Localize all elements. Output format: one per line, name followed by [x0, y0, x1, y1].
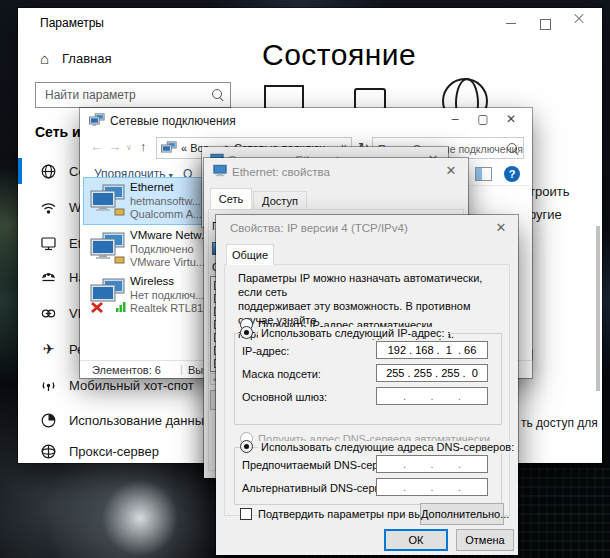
- settings-search-input[interactable]: Найти параметр: [35, 82, 231, 108]
- alternate-dns-label: Альтернативный DNS-сервер:: [242, 482, 396, 494]
- help-icon[interactable]: ?: [504, 166, 520, 182]
- network-connections-icon: [89, 113, 105, 128]
- settings-window-title: Параметры: [40, 16, 104, 30]
- settings-titlebar[interactable]: Параметры: [18, 8, 602, 38]
- adapter-name: VMware Netw...: [130, 229, 211, 241]
- preview-pane-icon[interactable]: [475, 167, 492, 181]
- diagram-router-icon: [354, 88, 386, 110]
- minimize-icon[interactable]: [496, 16, 526, 32]
- text-fragment: ругие: [529, 207, 562, 222]
- radio-use-ip-label: Использовать следующий IP-адрес:: [258, 327, 448, 339]
- tab-network[interactable]: Сеть: [210, 188, 252, 209]
- ethernet-icon: [40, 235, 57, 252]
- sidebar-item-home[interactable]: ⌂ Главная: [40, 50, 112, 67]
- window-title: Сетевые подключения: [110, 114, 236, 128]
- home-icon: ⌂: [40, 50, 49, 67]
- sidebar-item-label: Мобильный хот-спот: [69, 378, 194, 393]
- up-icon[interactable]: ↑: [140, 139, 147, 154]
- network-adapter-icon: [90, 184, 126, 218]
- ipv4-properties-dialog: Свойства: IP версии 4 (TCP/IPv4) ✕ Общие…: [216, 215, 518, 555]
- adapter-network: Подключено: [130, 243, 194, 255]
- adapter-name: Wireless: [130, 275, 174, 287]
- advanced-button[interactable]: Дополнительно...: [420, 503, 504, 525]
- maximize-icon[interactable]: [530, 16, 560, 32]
- default-gateway-label: Основной шлюз:: [242, 391, 327, 403]
- ok-button[interactable]: ОК: [384, 529, 448, 551]
- forward-icon[interactable]: →: [108, 139, 121, 154]
- sidebar-item-label: Использование данных: [69, 413, 211, 428]
- home-label: Главная: [62, 51, 111, 66]
- adapter-device: VMware Virtu...: [130, 256, 205, 268]
- close-icon[interactable]: ✕: [442, 162, 460, 180]
- dialog-title: Ethernet: свойства: [232, 166, 330, 178]
- radio-use-dns[interactable]: [240, 440, 253, 453]
- hotspot-icon: [40, 377, 57, 394]
- validate-on-exit-label: Подтвердить параметры при выходе: [258, 508, 446, 520]
- text-fragment: ть доступ для: [521, 416, 598, 430]
- close-icon[interactable]: ✕: [492, 219, 510, 237]
- wireless-adapter-icon: [90, 278, 128, 314]
- adapter-name: Ethernet: [130, 181, 173, 193]
- network-adapter-icon: [90, 232, 126, 266]
- subnet-mask-field[interactable]: 255 . 255 . 255 . 0: [376, 364, 488, 382]
- status-divider: |: [180, 363, 183, 375]
- tab-sharing[interactable]: Доступ: [253, 191, 307, 209]
- settings-scrollbar[interactable]: [596, 226, 600, 391]
- wifi-icon: [40, 199, 57, 216]
- settings-search-placeholder: Найти параметр: [45, 88, 136, 102]
- adapter-network: hetmansoftw...: [130, 195, 201, 207]
- close-icon[interactable]: ✕: [498, 112, 524, 126]
- cancel-button[interactable]: Отмена: [456, 529, 514, 551]
- text-fragment: троить: [529, 184, 569, 199]
- data-usage-icon: [40, 412, 57, 429]
- preferred-dns-field[interactable]: . . .: [376, 455, 488, 473]
- search-icon: [212, 89, 225, 102]
- maximize-icon[interactable]: ▢: [470, 112, 496, 126]
- adapter-device: Realtek RTL81...: [130, 302, 212, 314]
- subnet-mask-label: Маска подсети:: [242, 368, 321, 380]
- sidebar-item-label: Прокси-сервер: [69, 444, 159, 459]
- adapter-network: Нет подключ...: [130, 289, 204, 301]
- items-count: Элементов: 6: [92, 364, 161, 376]
- alternate-dns-field[interactable]: . . .: [376, 478, 488, 496]
- back-icon[interactable]: ←: [90, 139, 103, 154]
- search-icon: [507, 143, 520, 156]
- ip-address-label: IP-адрес:: [242, 345, 289, 357]
- close-icon[interactable]: [564, 16, 594, 32]
- airplane-icon: ✈: [40, 341, 57, 357]
- vpn-icon: [40, 305, 57, 322]
- validate-on-exit-checkbox[interactable]: [240, 508, 252, 520]
- dialup-icon: [40, 269, 57, 286]
- folder-location-icon: [161, 141, 177, 156]
- network-globe-icon: [40, 163, 57, 180]
- tab-general[interactable]: Общие: [226, 244, 274, 265]
- history-chevron-icon[interactable]: ∨: [126, 143, 132, 152]
- ethernet-properties-icon: [213, 164, 227, 177]
- ip-address-field[interactable]: 192 . 168 . 1 . 66: [376, 341, 488, 359]
- page-title: Состояние: [262, 38, 416, 72]
- adapter-device: Qualcomm A...: [130, 208, 202, 220]
- radio-use-ip[interactable]: [240, 326, 253, 339]
- dialog-title: Свойства: IP версии 4 (TCP/IPv4): [230, 222, 408, 234]
- minimize-icon[interactable]: –: [442, 112, 468, 126]
- default-gateway-field[interactable]: . . .: [376, 387, 488, 405]
- radio-use-dns-label: Использовать следующие адреса DNS-сервер…: [258, 441, 517, 453]
- proxy-globe-icon: [40, 443, 57, 460]
